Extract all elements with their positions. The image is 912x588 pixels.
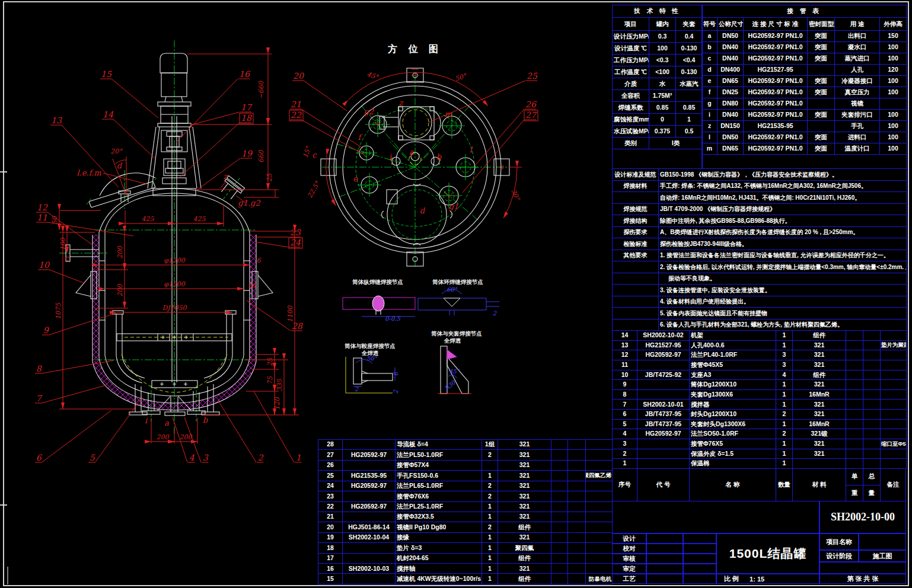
data-cell: <0.4 [676,55,703,66]
data-cell: HG20592-97 PN1.0 [744,110,808,121]
bom-seq: 19 [318,532,343,542]
bom-seq: 13 [613,340,637,350]
bom-uw [846,459,863,469]
bom-tw [863,331,881,341]
dimension-label: 200 [157,433,170,441]
balloon-28: 28 [292,321,303,331]
bom-mat: 321 [793,400,846,410]
bom-mat: 321锻 [793,429,846,439]
nozzle-letter: a [164,418,169,427]
nozzle-letter: l.e.f.m [77,168,102,177]
bom-name: 机封204-65 [396,553,482,563]
nozzle-letter: g1 [449,202,459,211]
note-label [613,192,659,204]
data-cell: 1 [676,114,703,126]
bom-code [343,440,396,450]
bom-code [637,380,690,390]
data-cell: HG20592-97 PN1.0 [744,31,808,42]
orientation-centerlines [322,73,509,268]
balloon-21: 21 [291,100,301,109]
bom-qty: 1 [482,501,498,512]
nozzle-schedule-table: 接 管 表符号公称尺寸连 接 尺 寸 标 准密封面型式用 途外伸高aDN50HG… [701,5,906,169]
title-block: SH2002-10-00 设计校对审核审定工艺 1500L结晶罐 比 例 1: … [612,501,906,584]
bom-seq: 15 [318,574,343,584]
bom-qty: 2 [482,450,498,460]
bom-code [637,449,690,459]
bom-mat: 321 [793,360,846,370]
dimension-label: 425 [142,215,155,223]
bom-remark [586,491,613,501]
bom-name: 减速机 4KW无级转速0~100r/s [396,574,482,584]
dimension-label: 120 [273,397,281,410]
bom-remark [586,460,613,470]
bom-h-qty: 数量 [776,469,793,501]
bom-code [343,460,396,470]
data-cell: z [702,121,718,132]
weld-dim-label: 50° [366,355,378,362]
bom-mat: 321 [793,410,846,420]
nozzle-letter: z [399,98,404,107]
balloon-11: 11 [37,213,47,222]
cad-sheet: ~6606602542542520°501002002001075φ1300φ1… [0,0,912,588]
bom-remark: 缩口至Φ57 [881,439,907,449]
bom-qty: 1 [776,419,793,429]
bom-qty: 3 [776,350,793,360]
bom-remark: 防暴电机 [586,574,613,584]
bom-code [637,389,690,400]
nozzle-letter: e [353,174,358,183]
bom-qty: 2 [776,410,793,420]
role-sig-4 [646,574,683,584]
balloon-24: 24 [290,238,301,247]
stage-label: 设计阶段 [819,550,859,562]
bom-code: JB/T4737-95 [637,419,690,429]
weld-dim-label: 45° [449,368,460,375]
bom-h-unit: 单 [846,469,863,485]
data-cell: 突面 [808,53,835,65]
bom-mat: 321 [793,350,846,360]
data-cell: 100 [880,76,907,87]
bom-uw [551,471,568,481]
bom-code [343,553,396,563]
bom-seq: 26 [318,460,343,470]
note-text: 振动等不良现象。 [659,273,907,285]
bom-code: HG20592-97 [637,429,690,439]
data-cell: 突面 [808,76,835,87]
bom-name: 法兰SO50-1.0RF [690,429,776,439]
bom-uw [551,501,568,512]
bom-uw [846,439,863,449]
bom-tw [863,380,881,390]
bom-tw [568,481,586,491]
role-sig-1 [646,544,683,554]
data-cell: 腐蚀裕度mm [613,114,649,126]
main-dim-labels: ~6606602542542520°501002002001075φ1300φ1… [51,81,294,441]
balloon-15: 15 [101,69,112,79]
bom-qty: 1 [776,439,793,449]
balloon-25: 25 [527,71,538,81]
bom-seq: 2 [613,449,637,459]
note-text: 除图中注明外, 其余按GB985-88,GB986-88执行。 [659,215,907,227]
bom-code [343,574,396,584]
note-text: 5. 设备内表面抛光达镜面且不能有挂壁物 [659,308,907,319]
note-label: 焊接规范 [613,203,659,215]
note-text: JB/T 4709-2000 《钢制压力容器焊接规程》 [659,203,907,215]
data-cell: 突面 [808,143,835,155]
data-cell: 夹套排污口 [835,110,880,121]
bom-remark [881,410,907,420]
data-cell: 蒸汽进口 [835,53,880,65]
role-label-1: 校对 [612,544,646,554]
bom-name: 筒体Dg1200X10 [690,380,776,390]
role-date-4 [683,574,716,584]
bom-qty: 1 [482,471,498,481]
bom-qty: 1 [482,574,498,584]
role-label-0: 设计 [612,533,646,544]
scale-label: 比 例 [724,574,739,583]
scale-row: 比 例 1: 15 [716,574,819,584]
dimension-label: φ1200 [164,280,186,288]
weld-detail-circumferential [418,289,499,315]
project-value [859,533,906,550]
bom-tw [863,449,881,459]
data-cell: 0 [649,114,676,126]
note-label [613,273,659,285]
note-label: 设计标准及规范 [613,169,659,181]
balloon-23: 23 [290,228,301,237]
